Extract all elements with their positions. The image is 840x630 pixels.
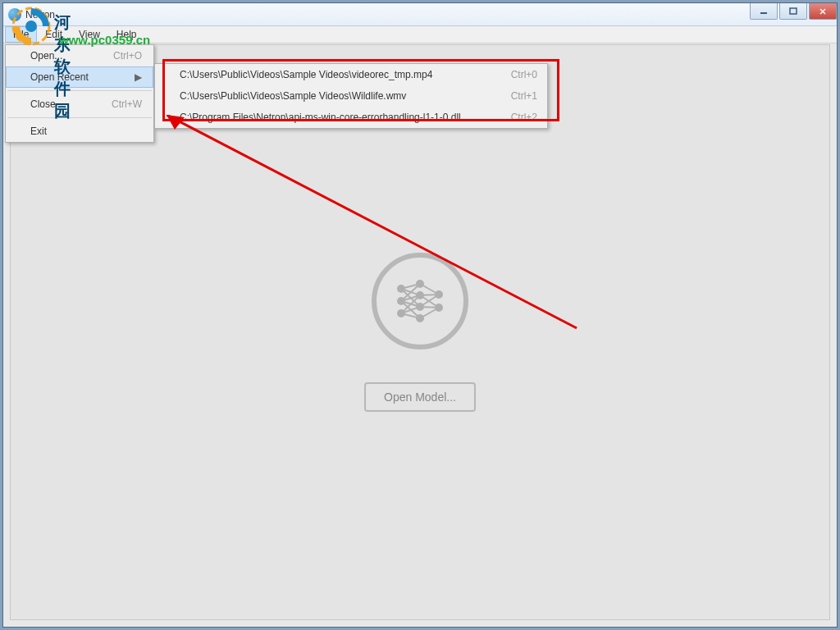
open-recent-submenu: C:\Users\Public\Videos\Sample Videos\vid… bbox=[154, 63, 548, 129]
netron-logo bbox=[372, 253, 468, 349]
menu-item-shortcut: Ctrl+0 bbox=[486, 69, 537, 80]
menu-item-exit[interactable]: Exit bbox=[6, 121, 153, 142]
svg-line-24 bbox=[420, 294, 439, 295]
menu-separator bbox=[7, 90, 152, 91]
recent-file-item[interactable]: C:\Users\Public\Videos\Sample Videos\vid… bbox=[155, 64, 547, 85]
menu-item-open-recent[interactable]: Open Recent ▶ bbox=[6, 66, 153, 88]
close-button[interactable] bbox=[809, 3, 837, 20]
window-title: Netron bbox=[25, 9, 55, 21]
menu-item-label: Open... bbox=[30, 50, 62, 62]
window-controls bbox=[748, 3, 837, 20]
menu-item-label: Close bbox=[30, 98, 56, 110]
menu-view[interactable]: View bbox=[71, 26, 108, 43]
minimize-button[interactable] bbox=[750, 3, 778, 20]
menu-item-open[interactable]: Open... Ctrl+O bbox=[6, 45, 153, 66]
menu-edit[interactable]: Edit bbox=[37, 26, 71, 43]
app-window: Netron File Edit View Help bbox=[2, 2, 838, 628]
svg-rect-1 bbox=[790, 8, 797, 14]
recent-file-path: C:\Users\Public\Videos\Sample Videos\vid… bbox=[180, 69, 432, 80]
open-model-button[interactable]: Open Model... bbox=[364, 382, 476, 412]
menu-file[interactable]: File bbox=[5, 26, 37, 43]
recent-file-item[interactable]: C:\Program Files\Netron\api-ms-win-core-… bbox=[155, 107, 547, 128]
file-dropdown: Open... Ctrl+O Open Recent ▶ Close Ctrl+… bbox=[5, 44, 154, 143]
menu-item-shortcut: Ctrl+O bbox=[89, 50, 142, 62]
menu-item-label: Exit bbox=[30, 126, 47, 137]
recent-file-path: C:\Users\Public\Videos\Sample Videos\Wil… bbox=[180, 90, 406, 102]
recent-file-path: C:\Program Files\Netron\api-ms-win-core-… bbox=[180, 112, 461, 123]
menu-item-shortcut: Ctrl+1 bbox=[486, 90, 537, 102]
submenu-arrow-icon: ▶ bbox=[118, 71, 142, 83]
menu-item-close[interactable]: Close Ctrl+W bbox=[6, 94, 153, 115]
menu-item-shortcut: Ctrl+2 bbox=[486, 112, 537, 123]
menu-help[interactable]: Help bbox=[108, 26, 145, 43]
titlebar: Netron bbox=[3, 3, 837, 26]
menu-separator bbox=[7, 117, 152, 118]
menu-item-shortcut: Ctrl+W bbox=[87, 98, 142, 110]
recent-file-item[interactable]: C:\Users\Public\Videos\Sample Videos\Wil… bbox=[155, 85, 547, 107]
svg-line-27 bbox=[420, 307, 439, 308]
menubar: File Edit View Help bbox=[3, 26, 837, 43]
app-icon bbox=[8, 8, 21, 21]
maximize-button[interactable] bbox=[779, 3, 807, 20]
menu-item-label: Open Recent bbox=[30, 71, 89, 83]
